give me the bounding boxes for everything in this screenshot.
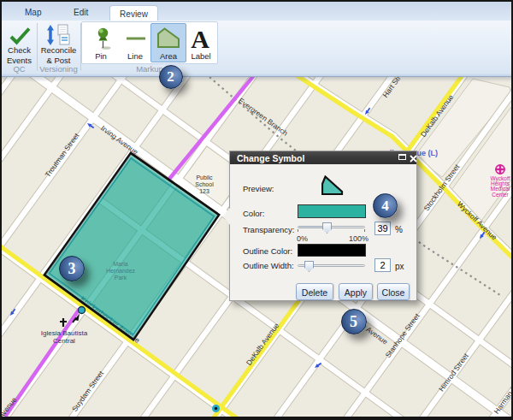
svg-text:Center: Center <box>492 192 509 198</box>
svg-text:Maria: Maria <box>113 261 128 267</box>
svg-text:School: School <box>195 181 214 187</box>
svg-text:Iglesia Bautista: Iglesia Bautista <box>41 329 88 337</box>
svg-text:123: 123 <box>199 188 209 194</box>
svg-text:Hernandez: Hernandez <box>106 268 136 274</box>
svg-text:Public: Public <box>196 175 213 180</box>
svg-text:Park: Park <box>115 275 127 281</box>
svg-text:Central: Central <box>53 337 75 345</box>
svg-text:A: A <box>191 25 209 53</box>
